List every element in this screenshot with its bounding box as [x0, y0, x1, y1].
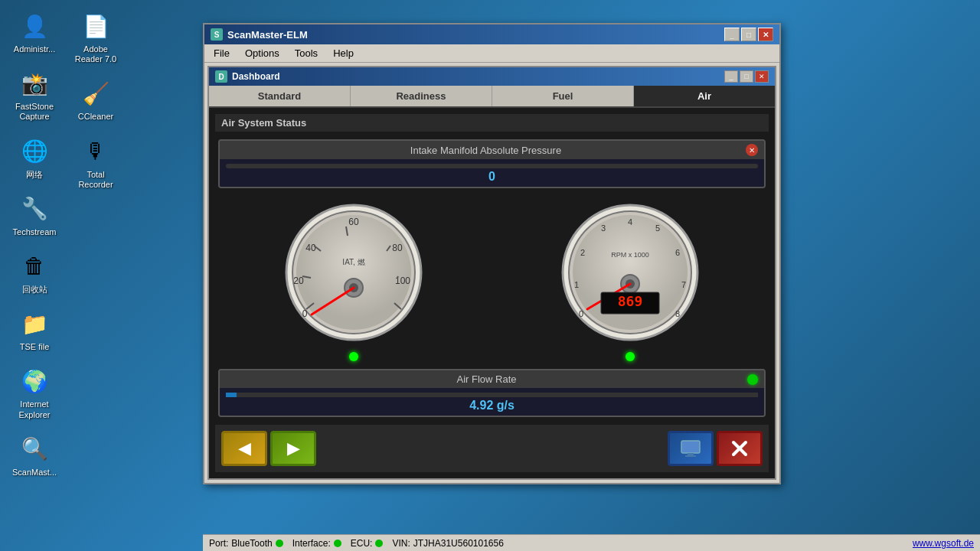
svg-text:8: 8	[675, 309, 680, 318]
airflow-title: Air Flow Rate	[226, 373, 747, 385]
rpm-indicator	[626, 352, 635, 361]
techstream-icon: 🔧	[19, 194, 50, 224]
nav-buttons: ◀ ▶	[215, 425, 769, 472]
tabs-bar: Standard Readiness Fuel Air	[209, 86, 775, 108]
svg-rect-40	[685, 455, 696, 457]
tse-icon: 📁	[19, 308, 50, 339]
tab-air[interactable]: Air	[634, 86, 775, 106]
monitor-button[interactable]	[668, 431, 714, 466]
sidebar-item-faststone[interactable]: 📸 FastStone Capture	[8, 65, 61, 125]
dashboard-controls: _ □ ✕	[724, 70, 769, 83]
total-recorder-icon: 🎙	[80, 136, 111, 167]
airflow-progress-fill	[226, 393, 237, 397]
website-link[interactable]: www.wgsoft.de	[913, 538, 974, 549]
sidebar-item-administrator[interactable]: 👤 Administr...	[8, 8, 61, 57]
sidebar-item-scanmaster[interactable]: 🔍 ScanMast...	[8, 431, 61, 481]
recycle-label: 回收站	[22, 285, 47, 295]
rpm-gauge-wrapper: 0 1 2 3 4 5 6 7 8 RPM x 1000	[554, 196, 707, 361]
port-label: Port:	[209, 538, 228, 549]
main-window-title: ScanMaster-ELM	[227, 29, 308, 41]
administrator-label: Administr...	[14, 44, 55, 54]
forward-button[interactable]: ▶	[270, 431, 316, 466]
scanmaster-icon: 🔍	[19, 434, 50, 465]
dashboard-icon: D	[215, 70, 227, 83]
ecu-dot	[375, 540, 383, 547]
sidebar-item-recycle[interactable]: 🗑 回收站	[8, 248, 61, 298]
vin-status: VIN: JTJHA31U560101656	[392, 538, 503, 549]
port-value: BlueTooth	[231, 538, 272, 549]
ecu-label: ECU:	[351, 538, 373, 549]
svg-text:5: 5	[655, 223, 660, 233]
maximize-button[interactable]: □	[741, 28, 756, 41]
exit-button[interactable]	[717, 431, 763, 466]
nav-left-buttons: ◀ ▶	[221, 431, 316, 466]
iat-gauge-wrapper: 0 20 40 60 IAT, 燃 80	[277, 196, 430, 361]
sidebar-item-total-recorder[interactable]: 🎙 Total Recorder	[69, 133, 122, 193]
dashboard-window: D Dashboard _ □ ✕ Standard Readiness Fue…	[207, 66, 776, 480]
menu-options[interactable]: Options	[239, 46, 286, 60]
gauges-container: 0 20 40 60 IAT, 燃 80	[215, 196, 769, 361]
network-label: 网络	[26, 170, 43, 180]
sidebar-item-ccleaner[interactable]: 🧹 CCleaner	[69, 75, 122, 125]
airflow-value-bar: 4.92 g/s	[220, 388, 764, 416]
faststone-label: FastStone Capture	[11, 102, 58, 122]
dashboard-maximize[interactable]: □	[740, 70, 753, 83]
airflow-header: Air Flow Rate	[220, 370, 764, 388]
section-title: Air System Status	[215, 114, 769, 132]
svg-text:60: 60	[348, 217, 359, 227]
svg-text:1: 1	[574, 280, 579, 289]
total-recorder-label: Total Recorder	[72, 170, 119, 190]
svg-text:0: 0	[302, 308, 307, 319]
tse-label: TSE file	[20, 342, 50, 352]
intake-progress-track	[226, 164, 758, 168]
dashboard-close[interactable]: ✕	[755, 70, 769, 83]
svg-text:80: 80	[392, 243, 403, 253]
content-area: Air System Status Intake Manifold Absolu…	[209, 108, 775, 478]
desktop: 👤 Administr... 📸 FastStone Capture 🌐 网络 …	[0, 0, 980, 551]
sidebar-item-techstream[interactable]: 🔧 Techstream	[8, 191, 61, 240]
svg-line-15	[397, 276, 398, 278]
rpm-gauge: 0 1 2 3 4 5 6 7 8 RPM x 1000	[554, 196, 707, 349]
menu-tools[interactable]: Tools	[289, 46, 324, 60]
interface-status: Interface:	[292, 538, 341, 549]
close-button[interactable]: ✕	[758, 28, 773, 41]
minimize-button[interactable]: _	[724, 28, 740, 41]
svg-text:4: 4	[628, 217, 632, 227]
tab-fuel[interactable]: Fuel	[492, 86, 634, 106]
faststone-icon: 📸	[19, 68, 50, 99]
svg-text:7: 7	[681, 280, 686, 289]
port-dot	[276, 540, 283, 547]
ccleaner-icon: 🧹	[80, 78, 111, 109]
main-title-bar: S ScanMaster-ELM _ □ ✕	[204, 24, 779, 44]
ecu-status: ECU:	[351, 538, 384, 549]
dashboard-minimize[interactable]: _	[724, 70, 738, 83]
airflow-value: 4.92 g/s	[469, 399, 514, 412]
airflow-status-dot	[747, 374, 758, 385]
adobe-label: Adobe Reader 7.0	[72, 44, 119, 64]
sidebar-item-tse[interactable]: 📁 TSE file	[8, 305, 61, 355]
interface-label: Interface:	[292, 538, 331, 549]
intake-header: Intake Manifold Absolute Pressure ✕	[220, 141, 764, 159]
svg-text:RPM x 1000: RPM x 1000	[611, 251, 649, 259]
vin-value: JTJHA31U560101656	[413, 538, 504, 549]
svg-text:6: 6	[675, 248, 680, 257]
scanmaster-label: ScanMast...	[12, 468, 57, 478]
tab-standard[interactable]: Standard	[209, 86, 351, 106]
svg-text:0: 0	[579, 309, 583, 318]
sidebar-item-adobe[interactable]: 📄 Adobe Reader 7.0	[69, 8, 122, 67]
tab-readiness[interactable]: Readiness	[351, 86, 492, 106]
back-button[interactable]: ◀	[221, 431, 267, 466]
iat-indicator	[349, 352, 358, 361]
sidebar-item-network[interactable]: 🌐 网络	[8, 133, 61, 183]
interface-dot	[334, 540, 341, 547]
vin-label: VIN:	[392, 538, 410, 549]
intake-manifold-panel: Intake Manifold Absolute Pressure ✕ 0	[218, 139, 766, 188]
menu-help[interactable]: Help	[327, 46, 360, 60]
dashboard-title-bar: D Dashboard _ □ ✕	[209, 67, 775, 86]
menu-file[interactable]: File	[207, 46, 236, 60]
sidebar-item-ie[interactable]: 🌍 Internet Explorer	[8, 363, 61, 422]
title-bar-left: S ScanMaster-ELM	[211, 28, 308, 41]
intake-close-button[interactable]: ✕	[746, 144, 758, 156]
svg-rect-39	[688, 453, 694, 455]
dashboard-title: Dashboard	[232, 71, 280, 82]
